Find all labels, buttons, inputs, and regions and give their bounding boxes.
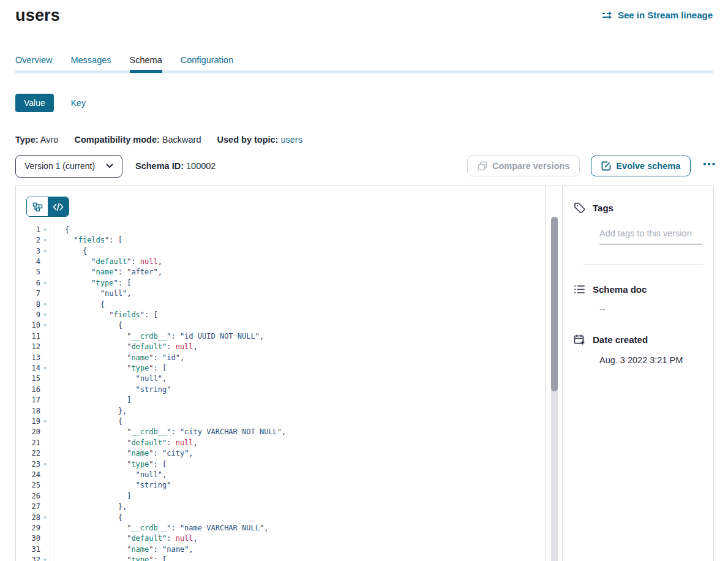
evolve-schema-label: Evolve schema [616, 161, 680, 171]
type-value: Avro [40, 135, 59, 145]
code-text: "name": "after", [50, 268, 162, 276]
version-select[interactable]: Version 1 (current) [15, 155, 122, 178]
code-line: 11 "__crdb__": "id UUID NOT NULL", [16, 331, 545, 341]
code-text: "type": [ [50, 364, 167, 372]
code-text: "name": "name", [50, 545, 193, 554]
fold-spacer [40, 271, 50, 273]
fold-toggle-icon[interactable]: ▼ [40, 227, 50, 233]
doc-list-icon [574, 284, 585, 295]
line-number: 20 [16, 427, 40, 436]
see-in-stream-lineage-link[interactable]: See in Stream lineage [602, 10, 713, 20]
code-text: "__crdb__": "city VARCHAR NOT NULL", [50, 427, 286, 436]
sidebar-divider [583, 264, 704, 265]
key-tab-link[interactable]: Key [71, 98, 86, 108]
fold-spacer [40, 261, 50, 262]
compatibility-label: Compatibility mode: [74, 135, 159, 145]
fold-toggle-icon[interactable]: ▼ [40, 312, 50, 318]
line-number: 15 [16, 374, 40, 383]
tree-view-button[interactable] [27, 197, 48, 216]
fold-toggle-icon[interactable]: ▼ [40, 322, 50, 328]
fold-spacer [40, 293, 50, 294]
schema-doc-value: -- [599, 304, 702, 314]
code-line: 20 "__crdb__": "city VARCHAR NOT NULL", [16, 427, 545, 437]
copy-pages-icon [478, 161, 487, 171]
line-number: 10 [16, 321, 40, 329]
line-number: 4 [16, 257, 40, 266]
code-line: 6▼ "type": [ [16, 277, 545, 288]
scrollbar-thumb[interactable] [551, 217, 558, 391]
tab-messages[interactable]: Messages [70, 55, 111, 73]
fold-spacer [40, 399, 50, 401]
code-text: "string" [50, 481, 171, 489]
used-by-topic-label: Used by topic: [217, 135, 279, 145]
stream-lineage-icon [602, 11, 614, 20]
code-text: "__crdb__": "id UUID NOT NULL", [50, 332, 264, 341]
date-created-title: Date created [593, 334, 648, 345]
add-tags-input[interactable]: Add tags to this version [599, 228, 702, 244]
compare-versions-button[interactable]: Compare versions [467, 156, 580, 176]
code-view-button[interactable] [48, 197, 69, 216]
line-number: 32 [16, 555, 40, 561]
tags-heading: Tags [574, 202, 704, 214]
code-text: "fields": [ [50, 311, 158, 319]
code-line: 22 "name": "city", [16, 448, 545, 459]
fold-toggle-icon[interactable]: ▼ [40, 280, 50, 286]
code-line: 23▼ "type": [ [16, 459, 545, 469]
code-line: 25 "string" [16, 480, 545, 491]
schema-id-label: Schema ID: [135, 161, 184, 171]
fold-toggle-icon[interactable]: ▼ [40, 301, 50, 307]
more-options-button[interactable]: ••• [702, 159, 718, 174]
chevron-down-icon [106, 164, 113, 168]
tag-icon [574, 202, 585, 214]
line-number: 11 [16, 332, 40, 341]
code-line: 29 "__crdb__": "name VARCHAR NULL", [16, 522, 545, 533]
fold-toggle-icon[interactable]: ▼ [40, 237, 50, 243]
code-text: "default": null, [50, 257, 162, 266]
code-text: "null", [50, 470, 167, 479]
fold-spacer [40, 495, 50, 497]
code-text: "null", [50, 289, 131, 298]
schema-meta: Type: Avro Compatibility mode: Backward … [15, 135, 316, 145]
tab-overview[interactable]: Overview [15, 55, 52, 73]
code-text: { [50, 321, 122, 329]
topic-link[interactable]: users [280, 135, 302, 145]
fold-toggle-icon[interactable]: ▼ [40, 418, 50, 424]
fold-spacer [40, 431, 50, 432]
line-number: 23 [16, 460, 40, 469]
fold-toggle-icon[interactable]: ▼ [40, 461, 50, 467]
schema-id-value: 100002 [186, 161, 216, 171]
fold-spacer [40, 474, 50, 475]
schema-panels: 1▼{2▼ "fields": [3▼ {4 "default": null,5… [15, 186, 714, 561]
schema-code-editor[interactable]: 1▼{2▼ "fields": [3▼ {4 "default": null,5… [16, 224, 545, 561]
fold-toggle-icon[interactable]: ▼ [40, 557, 50, 561]
line-number: 19 [16, 417, 40, 426]
value-tab-button[interactable]: Value [15, 94, 54, 112]
editor-toolbar [16, 186, 545, 224]
line-number: 26 [16, 492, 40, 500]
code-line: 31 "name": "name", [16, 544, 545, 554]
scrollbar-track[interactable] [551, 217, 558, 561]
line-number: 21 [16, 439, 40, 447]
tab-schema[interactable]: Schema [130, 55, 162, 73]
tab-configuration[interactable]: Configuration [181, 55, 233, 73]
evolve-schema-button[interactable]: Evolve schema [591, 156, 691, 176]
line-number: 8 [16, 300, 40, 309]
code-text: "string" [50, 385, 171, 394]
page-title: users [15, 6, 60, 25]
fold-spacer [40, 378, 50, 379]
code-text: "null", [50, 374, 167, 383]
schema-doc-title: Schema doc [593, 284, 647, 295]
code-line: 28▼ { [16, 512, 545, 522]
line-number: 3 [16, 247, 40, 255]
code-line: 32▼ "type": [ [16, 555, 545, 561]
fold-toggle-icon[interactable]: ▼ [40, 248, 50, 254]
fold-spacer [40, 527, 50, 529]
fold-toggle-icon[interactable]: ▼ [40, 365, 50, 371]
code-line: 8▼ { [16, 299, 545, 309]
date-created-section: Date created Aug. 3 2022 3:21 PM [574, 334, 704, 365]
line-number: 1 [16, 225, 40, 234]
fold-toggle-icon[interactable]: ▼ [40, 514, 50, 521]
line-number: 22 [16, 449, 40, 457]
fold-spacer [40, 336, 50, 337]
code-text: "type": [ [50, 555, 167, 561]
